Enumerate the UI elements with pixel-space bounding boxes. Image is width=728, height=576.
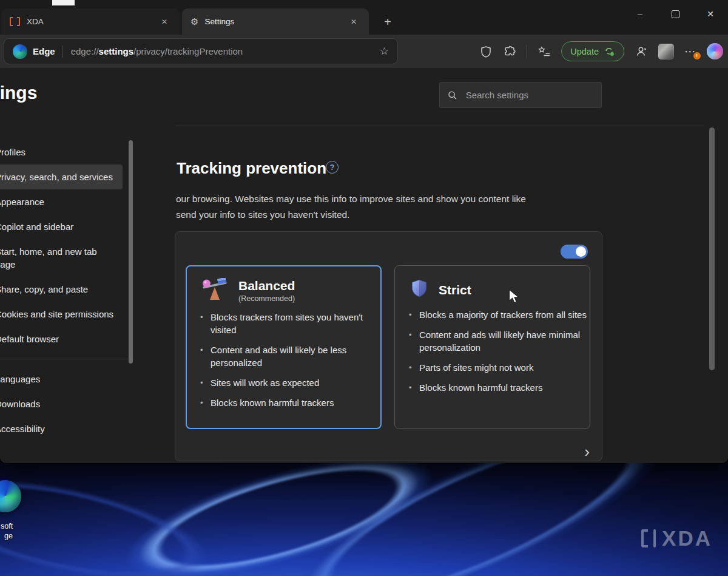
icon-label-line2: ge — [1, 531, 13, 541]
url-scheme: edge:// — [71, 46, 99, 56]
toolbar-icons: Update ⋯ ! — [479, 35, 723, 68]
close-window-button[interactable]: ✕ — [693, 0, 728, 28]
shield-strict-icon — [410, 278, 429, 301]
search-input[interactable] — [465, 89, 593, 101]
strict-card[interactable]: Strict Blocks a majority of trackers fro… — [394, 265, 590, 429]
strict-card-header: Strict — [410, 278, 580, 301]
balanced-card-header: Balanced (Recommended) — [201, 278, 371, 303]
update-sync-icon — [604, 46, 615, 57]
tab-xda[interactable]: XDA ✕ — [1, 8, 180, 35]
balanced-title: Balanced — [238, 279, 295, 293]
add-favorite-star-icon[interactable]: ☆ — [380, 45, 389, 58]
bullet-item: Parts of sites might not work — [405, 361, 588, 374]
browser-toolbar: Edge edge://settings/privacy/trackingPre… — [0, 35, 728, 68]
workspace-thumbnail-icon[interactable] — [658, 44, 674, 59]
sidebar-item-share-copy-paste[interactable]: Share, copy, and paste — [0, 277, 123, 302]
balanced-card[interactable]: Balanced (Recommended) Blocks trackers f… — [186, 265, 382, 429]
alert-badge: ! — [692, 51, 702, 61]
tab-settings[interactable]: ⚙ Settings ✕ — [182, 8, 369, 35]
xda-watermark: XDA — [641, 526, 712, 551]
strict-bullets: Blocks a majority of trackers from all s… — [405, 308, 580, 394]
balance-scale-icon — [201, 278, 229, 303]
edge-browser-window: XDA ✕ ⚙ Settings ✕ + – ✕ Edge edge://set… — [0, 0, 728, 463]
xda-watermark-text: XDA — [662, 526, 712, 551]
balanced-bullets: Blocks trackers from sites you haven't v… — [196, 311, 371, 409]
bullet-item: Sites will work as expected — [196, 376, 379, 389]
tab-close-icon[interactable]: ✕ — [347, 16, 360, 28]
sidebar-item-accessibility[interactable]: Accessibility — [0, 416, 123, 441]
minimize-button[interactable]: – — [622, 0, 658, 28]
settings-heading: Settings — [0, 83, 37, 103]
strict-title: Strict — [439, 283, 471, 297]
description-line2: send your info to sites you haven't visi… — [176, 207, 526, 223]
tab-title: XDA — [27, 17, 44, 26]
new-tab-button[interactable]: + — [379, 13, 397, 31]
gear-favicon-icon: ⚙ — [190, 16, 198, 27]
sidebar-item-languages[interactable]: Languages — [0, 367, 123, 391]
settings-search[interactable] — [439, 82, 602, 108]
sidebar-item-copilot[interactable]: Copilot and sidebar — [0, 214, 123, 239]
sidebar-item-downloads[interactable]: Downloads — [0, 391, 123, 416]
help-icon[interactable]: ? — [326, 161, 339, 174]
sidebar-item-appearance[interactable]: Appearance — [0, 189, 123, 214]
tracking-prevention-toggle[interactable] — [561, 245, 588, 259]
settings-page: Settings Profiles Privacy, search, and s… — [0, 68, 728, 463]
page-title: Tracking prevention — [177, 159, 326, 178]
url-text: edge://settings/privacy/trackingPreventi… — [71, 46, 243, 56]
page-scrollbar[interactable] — [709, 127, 715, 370]
bullet-item: Content and ads will likely have minimal… — [405, 328, 588, 354]
bullet-item: Blocks a majority of trackers from all s… — [405, 308, 588, 321]
carousel-next-chevron-icon[interactable]: › — [584, 444, 590, 459]
copilot-icon[interactable] — [707, 43, 723, 59]
icon-label-line1: soft — [1, 521, 13, 531]
edge-brand-label: Edge — [33, 46, 55, 56]
tab-title: Settings — [204, 17, 234, 26]
bullet-item: Blocks known harmful trackers — [196, 396, 379, 409]
bullet-item: Content and ads will likely be less pers… — [196, 344, 379, 369]
content-divider — [176, 126, 704, 126]
update-label: Update — [570, 47, 599, 56]
favorites-icon[interactable] — [538, 45, 551, 58]
url-section: settings — [99, 46, 134, 56]
extensions-puzzle-icon[interactable] — [503, 45, 516, 58]
xda-logo-icon — [641, 529, 657, 547]
tab-close-icon[interactable]: ✕ — [158, 16, 171, 28]
tab-bar: XDA ✕ ⚙ Settings ✕ + – ✕ — [0, 0, 728, 35]
address-bar-divider — [62, 46, 63, 58]
toolbar-divider — [527, 45, 527, 58]
sidebar-item-profiles[interactable]: Profiles — [0, 140, 123, 164]
xda-favicon-icon — [10, 17, 20, 26]
settings-sidebar: Profiles Privacy, search, and services A… — [0, 140, 129, 441]
background-window-notch — [52, 0, 75, 5]
tracking-prevention-panel: Balanced (Recommended) Blocks trackers f… — [175, 231, 602, 461]
address-bar[interactable]: Edge edge://settings/privacy/trackingPre… — [4, 38, 398, 64]
edge-desktop-icon-label: soft ge — [1, 521, 13, 541]
window-controls: – ✕ — [622, 0, 728, 35]
sidebar-item-privacy[interactable]: Privacy, search, and services — [0, 164, 123, 189]
update-button[interactable]: Update — [561, 41, 624, 61]
page-description: our browsing. Websites may use this info… — [176, 191, 526, 223]
description-line1: our browsing. Websites may use this info… — [176, 191, 526, 207]
sidebar-item-start-home[interactable]: Start, home, and new tab page — [0, 239, 123, 277]
sidebar-divider — [0, 359, 129, 359]
profile-icon[interactable] — [635, 45, 648, 58]
mouse-cursor-icon — [508, 289, 521, 304]
sidebar-item-cookies[interactable]: Cookies and site permissions — [0, 302, 123, 327]
windows-desktop: soft ge XDA — [0, 463, 728, 576]
edge-logo-icon — [13, 44, 27, 59]
more-menu-button[interactable]: ⋯ ! — [684, 44, 696, 58]
bullet-item: Blocks trackers from sites you haven't v… — [196, 311, 379, 336]
sidebar-item-default-browser[interactable]: Default browser — [0, 327, 123, 351]
maximize-icon — [672, 10, 679, 18]
url-path: /privacy/trackingPrevention — [133, 46, 243, 56]
prevention-level-cards: Balanced (Recommended) Blocks trackers f… — [186, 265, 590, 429]
maximize-button[interactable] — [658, 0, 693, 28]
bullet-item: Blocks known harmful trackers — [405, 381, 588, 394]
balanced-subtitle: (Recommended) — [238, 294, 295, 303]
shield-icon[interactable] — [479, 45, 493, 58]
search-icon — [448, 90, 457, 101]
screenshot-root: { "glyphs": { "close": "✕", "plus": "+",… — [0, 0, 728, 576]
sidebar-scrollbar[interactable] — [129, 140, 133, 364]
